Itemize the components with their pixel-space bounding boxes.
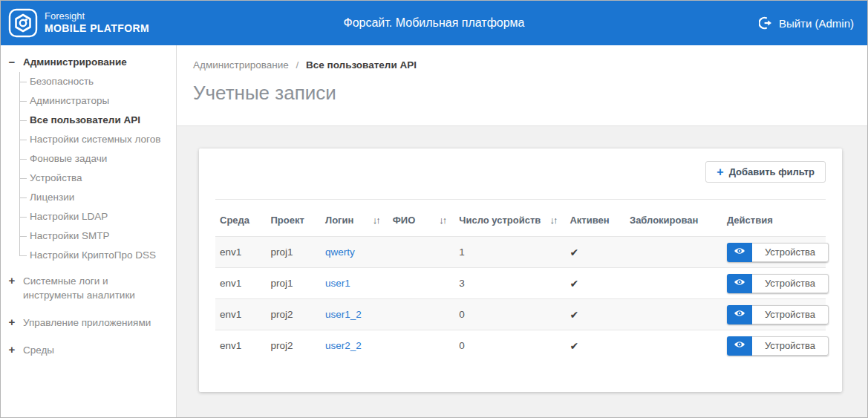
col-header-devices: Число устройств ↓↑ xyxy=(454,200,565,237)
brand-text: Foresight MOBILE PLATFORM xyxy=(45,10,149,36)
app-window: Foresight MOBILE PLATFORM Форсайт. Мобил… xyxy=(0,0,868,418)
sidebar-item-cryptopro-dss-settings[interactable]: Настройки КриптоПро DSS xyxy=(20,246,172,265)
sort-icon[interactable]: ↓↑ xyxy=(549,215,556,226)
col-header-login: Логин ↓↑ xyxy=(321,200,388,237)
sidebar-section-label: Среды xyxy=(23,343,54,357)
breadcrumb-current: Все пользователи API xyxy=(306,59,417,71)
cell-active: ✔ xyxy=(565,330,625,362)
col-header-blocked: Заблокирован xyxy=(625,200,722,237)
login-link[interactable]: user1_2 xyxy=(325,309,362,320)
expand-toggle-icon[interactable]: + xyxy=(7,274,17,287)
sidebar-item-background-tasks[interactable]: Фоновые задачи xyxy=(20,149,172,169)
add-filter-label: Добавить фильтр xyxy=(729,166,815,177)
checkmark-icon: ✔ xyxy=(570,340,578,352)
cell-project: proj2 xyxy=(267,299,322,330)
devices-button[interactable]: Устройства xyxy=(752,243,829,262)
view-user-button[interactable] xyxy=(727,336,752,356)
login-link[interactable]: user2_2 xyxy=(325,340,362,351)
actions-button-group: Устройства xyxy=(727,243,829,262)
sidebar-item-security[interactable]: Безопасность xyxy=(20,72,172,91)
devices-button[interactable]: Устройства xyxy=(752,305,829,324)
cell-env: env1 xyxy=(215,237,267,268)
sidebar-section-environments[interactable]: + Среды xyxy=(7,343,172,357)
foresight-logo-icon xyxy=(8,8,38,38)
checkmark-icon: ✔ xyxy=(570,246,578,258)
table-row: env1 proj1 qwerty 1 ✔ xyxy=(215,237,826,268)
cell-devices: 0 xyxy=(454,330,565,362)
eye-icon xyxy=(734,246,745,258)
expand-toggle-icon[interactable]: + xyxy=(7,316,17,328)
eye-icon xyxy=(734,309,745,320)
sidebar-section-app-management[interactable]: + Управление приложениями xyxy=(7,316,172,330)
cell-devices: 1 xyxy=(454,237,565,268)
view-user-button[interactable] xyxy=(727,243,752,262)
table-row: env1 proj2 user2_2 0 ✔ xyxy=(215,330,826,362)
brand-logo: Foresight MOBILE PLATFORM xyxy=(8,8,149,38)
actions-button-group: Устройства xyxy=(727,274,829,293)
view-user-button[interactable] xyxy=(727,274,752,293)
actions-button-group: Устройства xyxy=(727,336,829,356)
table-row: env1 proj2 user1_2 0 ✔ xyxy=(215,299,826,330)
table-header-row: Среда Проект Логин ↓↑ xyxy=(215,200,826,237)
checkmark-icon: ✔ xyxy=(570,278,578,290)
expand-toggle-icon[interactable]: + xyxy=(7,343,17,356)
cell-devices: 3 xyxy=(454,268,565,299)
cell-actions: Устройства xyxy=(722,237,826,268)
col-header-actions: Действия xyxy=(722,200,826,237)
sort-icon[interactable]: ↓↑ xyxy=(439,215,446,226)
collapse-toggle-icon[interactable]: − xyxy=(7,56,17,68)
users-card: + Добавить фильтр Среда Проект xyxy=(199,148,842,392)
cell-env: env1 xyxy=(215,330,267,362)
brand-name: Foresight xyxy=(45,10,149,22)
col-header-project: Проект xyxy=(267,200,322,237)
col-header-login-label: Логин xyxy=(325,215,353,226)
cell-env: env1 xyxy=(215,268,267,299)
cell-project: proj1 xyxy=(267,237,322,268)
sidebar-nav: − Администрирование Безопасность Админис… xyxy=(1,45,177,417)
cell-env: env1 xyxy=(215,299,267,330)
sidebar-section-administration[interactable]: − Администрирование xyxy=(7,56,172,68)
devices-button[interactable]: Устройства xyxy=(752,336,829,356)
add-filter-button[interactable]: + Добавить фильтр xyxy=(705,161,826,183)
sort-icon[interactable]: ↓↑ xyxy=(373,215,379,226)
content-area: + Добавить фильтр Среда Проект xyxy=(177,126,867,417)
col-header-active: Активен xyxy=(565,200,625,237)
cell-login: user1 xyxy=(321,268,388,299)
logout-button[interactable]: Выйти (Admin) xyxy=(759,16,854,30)
login-link[interactable]: qwerty xyxy=(325,246,355,258)
cell-login: qwerty xyxy=(321,237,388,268)
col-header-devices-label: Число устройств xyxy=(459,215,541,226)
brand-product: MOBILE PLATFORM xyxy=(45,22,149,36)
sidebar-section-label: Администрирование xyxy=(23,56,127,68)
eye-icon xyxy=(734,278,745,289)
login-link[interactable]: user1 xyxy=(325,278,350,289)
table-row: env1 proj1 user1 3 ✔ xyxy=(215,268,826,299)
breadcrumb: Администрирование / Все пользователи API xyxy=(193,59,867,71)
plus-icon: + xyxy=(717,166,723,178)
cell-blocked xyxy=(625,268,722,299)
sidebar-section-label: Системные логи и инструменты аналитики xyxy=(23,274,160,302)
sidebar-item-devices[interactable]: Устройства xyxy=(20,169,172,188)
cell-devices: 0 xyxy=(454,299,565,330)
cell-blocked xyxy=(625,237,722,268)
view-user-button[interactable] xyxy=(727,305,752,324)
sidebar-item-all-api-users[interactable]: Все пользователи API xyxy=(20,111,172,130)
sidebar-item-administrators[interactable]: Администраторы xyxy=(20,91,172,111)
breadcrumb-parent-link[interactable]: Администрирование xyxy=(193,59,289,71)
cell-login: user2_2 xyxy=(321,330,388,362)
cell-actions: Устройства xyxy=(722,299,826,330)
col-header-fio: ФИО ↓↑ xyxy=(388,200,455,237)
sidebar-item-ldap-settings[interactable]: Настройки LDAP xyxy=(20,207,172,226)
eye-icon xyxy=(734,340,745,351)
page-title: Учетные записи xyxy=(193,82,867,105)
cell-fio xyxy=(388,268,455,299)
breadcrumb-separator: / xyxy=(296,59,299,71)
devices-button[interactable]: Устройства xyxy=(752,274,829,293)
actions-button-group: Устройства xyxy=(727,305,829,324)
sidebar-item-smtp-settings[interactable]: Настройки SMTP xyxy=(20,226,172,246)
sidebar-section-system-logs[interactable]: + Системные логи и инструменты аналитики xyxy=(7,274,172,302)
cell-blocked xyxy=(625,299,722,330)
sidebar-item-system-log-settings[interactable]: Настройки системных логов xyxy=(20,130,172,149)
sidebar-item-licenses[interactable]: Лицензии xyxy=(20,188,172,207)
cell-fio xyxy=(388,237,455,268)
